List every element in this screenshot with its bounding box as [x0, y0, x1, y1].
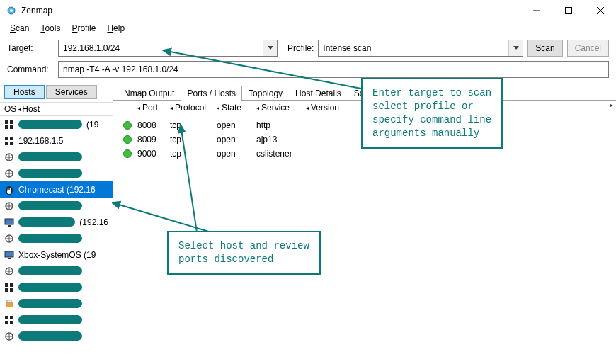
status-open-icon: [123, 121, 132, 130]
app-icon: [6, 5, 17, 16]
svg-rect-13: [10, 137, 13, 140]
svg-marker-7: [513, 46, 519, 50]
cell-port: 9000: [137, 149, 170, 159]
cancel-button: Cancel: [567, 40, 609, 57]
host-label: Chromecast (192.16: [18, 185, 96, 195]
svg-point-25: [10, 188, 11, 190]
profile-input[interactable]: [319, 40, 508, 56]
host-row[interactable]: [0, 198, 113, 214]
cell-state: open: [217, 149, 256, 159]
tux-icon: [4, 185, 14, 195]
menubar: Scan Tools Profile Help: [0, 21, 616, 35]
target-dropdown-icon[interactable]: [263, 40, 277, 56]
target-input[interactable]: [59, 40, 263, 56]
svg-rect-9: [10, 120, 13, 124]
svg-point-1: [10, 9, 13, 12]
main-area: Hosts Services OS ◂ Host (19192.168.1.5C…: [0, 82, 616, 364]
svg-rect-46: [10, 316, 13, 319]
target-label: Target:: [7, 43, 54, 53]
col-port[interactable]: ◂Port: [136, 103, 169, 113]
svg-rect-10: [5, 125, 8, 129]
tab-nmap-output[interactable]: Nmap Output: [118, 86, 181, 101]
target-row: Target: Profile: Scan Cancel: [0, 35, 616, 61]
host-row[interactable]: [0, 230, 113, 246]
cell-port: 8009: [137, 135, 170, 144]
svg-rect-30: [8, 225, 11, 227]
cell-protocol: tcp: [170, 120, 217, 130]
tab-hosts[interactable]: Hosts: [4, 85, 45, 99]
menu-scan[interactable]: Scan: [6, 22, 33, 35]
scroll-right-icon[interactable]: ▸: [610, 102, 613, 108]
command-label: Command:: [7, 64, 54, 74]
tab-host-details[interactable]: Host Details: [289, 86, 348, 101]
redacted-hostname: [18, 331, 82, 341]
mon-icon: [4, 217, 14, 227]
tab-services[interactable]: Services: [46, 85, 97, 99]
host-row[interactable]: [0, 279, 113, 295]
svg-rect-35: [8, 258, 11, 259]
profile-combo[interactable]: [318, 40, 523, 57]
host-row[interactable]: Chromecast (192.16: [0, 181, 113, 198]
profile-dropdown-icon[interactable]: [508, 40, 523, 56]
svg-rect-15: [10, 142, 13, 145]
col-protocol[interactable]: ◂Protocol: [169, 103, 215, 113]
host-row[interactable]: 192.168.1.5: [0, 132, 113, 149]
svg-rect-48: [10, 321, 13, 324]
host-label: (19: [86, 120, 98, 130]
host-row[interactable]: [0, 263, 113, 279]
svg-rect-3: [565, 8, 571, 14]
host-row[interactable]: [0, 312, 113, 328]
target-combo[interactable]: [58, 40, 278, 57]
gen-icon: [4, 169, 14, 178]
svg-rect-34: [5, 251, 13, 257]
svg-marker-6: [268, 46, 273, 50]
svg-rect-42: [10, 288, 13, 292]
host-row[interactable]: [0, 149, 113, 165]
host-row[interactable]: [0, 165, 113, 181]
redacted-hostname: [18, 234, 82, 243]
command-input[interactable]: [58, 61, 609, 78]
menu-help[interactable]: Help: [103, 22, 129, 35]
redacted-hostname: [18, 299, 82, 308]
svg-rect-14: [5, 142, 8, 145]
redacted-hostname: [18, 152, 82, 161]
col-state[interactable]: ◂State: [215, 103, 255, 113]
tab-ports-hosts[interactable]: Ports / Hosts: [181, 86, 242, 101]
svg-point-23: [7, 190, 11, 194]
close-button[interactable]: [584, 0, 616, 21]
host-list[interactable]: (19192.168.1.5Chromecast (192.16(192.16X…: [0, 116, 113, 364]
svg-rect-8: [5, 120, 8, 124]
status-open-icon: [123, 149, 132, 158]
menu-profile[interactable]: Profile: [67, 22, 100, 35]
host-row[interactable]: (19: [0, 116, 113, 132]
win-icon: [4, 315, 14, 325]
command-row: Command:: [0, 61, 616, 82]
host-row[interactable]: (192.16: [0, 214, 113, 230]
svg-rect-47: [5, 321, 8, 324]
host-label: (192.16: [79, 217, 108, 227]
redacted-hostname: [18, 283, 82, 292]
svg-rect-43: [6, 302, 13, 307]
maximize-button[interactable]: [552, 0, 584, 21]
scan-button[interactable]: Scan: [527, 40, 562, 57]
profile-label: Profile:: [287, 43, 314, 53]
host-row[interactable]: [0, 328, 113, 344]
menu-tools[interactable]: Tools: [36, 22, 64, 35]
redacted-hostname: [18, 217, 75, 227]
port-row[interactable]: 9000tcpopencslistener: [118, 147, 612, 161]
annotation-top: Enter target to scan select profile or s…: [361, 78, 503, 149]
col-os: OS: [4, 104, 16, 114]
minimize-button[interactable]: [520, 0, 552, 21]
col-service[interactable]: ◂Service: [255, 103, 304, 113]
win-icon: [4, 136, 14, 146]
host-list-header[interactable]: OS ◂ Host: [0, 102, 113, 116]
cell-state: open: [217, 135, 256, 144]
col-host: Host: [22, 104, 40, 114]
mon-icon: [4, 250, 14, 260]
redacted-hostname: [18, 315, 82, 324]
host-label: Xbox-SystemOS (19: [18, 250, 96, 260]
host-row[interactable]: [0, 295, 113, 312]
tab-topology[interactable]: Topology: [242, 86, 289, 101]
host-row[interactable]: Xbox-SystemOS (19: [0, 246, 113, 263]
host-label: 192.168.1.5: [18, 136, 63, 146]
